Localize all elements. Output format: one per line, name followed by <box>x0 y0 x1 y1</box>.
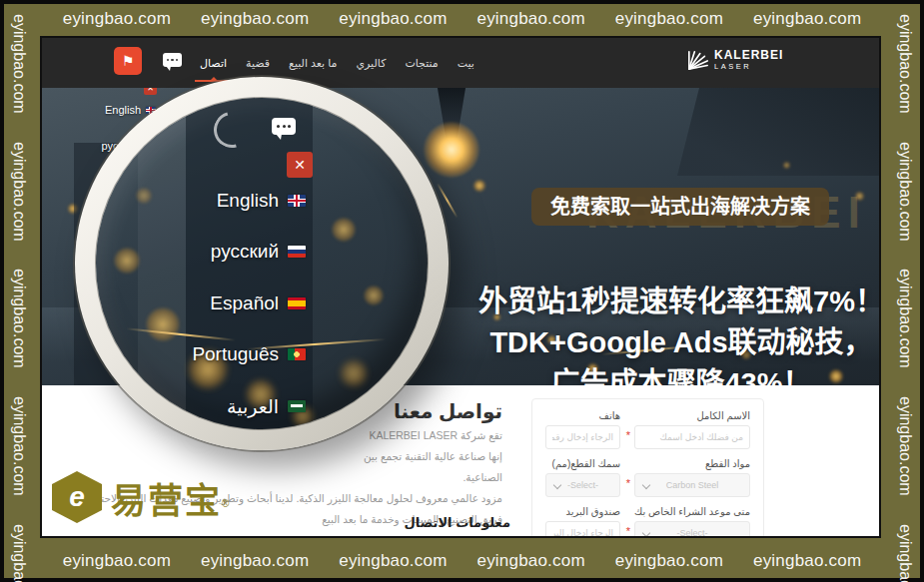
inquiry-form-card: الاسم الكامل هاتف * مواد القطع <box>531 398 764 538</box>
laser-glow <box>424 122 479 178</box>
language-option-english[interactable]: English <box>76 104 156 116</box>
spain-flag-icon <box>288 297 306 309</box>
russia-flag-icon <box>288 246 306 258</box>
language-label: Español <box>210 292 279 314</box>
eyingbao-logo: e 易营宝® <box>52 471 229 523</box>
form-field-phone: هاتف * <box>545 410 620 449</box>
contact-line: إنها صناعة عالية التقنية تجمع بين <box>79 446 502 467</box>
language-switch-button[interactable]: ⚑ <box>114 47 142 75</box>
magnifier-lens: ✕ English русский Español Português العر… <box>75 77 449 450</box>
nav-item-case[interactable]: قضية <box>246 57 270 70</box>
watermark-text: eyingbao.com <box>477 551 585 571</box>
saudi-flag-icon <box>288 400 306 412</box>
cta-badge[interactable]: 免费索取一站式出海解决方案 <box>531 188 829 226</box>
hero-headline: 外贸站1秒提速转化率狂飙7%！ TDK+Google Ads联动秘技， 广告成本… <box>469 282 879 385</box>
flag-icon: ⚑ <box>122 53 135 69</box>
watermark-text: eyingbao.com <box>63 9 171 29</box>
watermark-text: eyingbao.com <box>896 524 914 582</box>
email-input[interactable] <box>545 521 620 538</box>
framed-screenshot: eyingbao.com eyingbao.com eyingbao.com e… <box>0 0 924 582</box>
watermark-text: eyingbao.com <box>10 269 28 368</box>
laser-rays-icon <box>687 48 709 72</box>
select-value: Carbon Steel <box>666 480 719 490</box>
language-option-english[interactable]: English <box>124 189 306 213</box>
watermark-row-bottom: eyingbao.com eyingbao.com eyingbao.com e… <box>44 551 880 571</box>
field-label: الاسم الكامل <box>634 410 750 421</box>
form-field-thickness: سمك القطع(مم) -Select- * <box>545 458 620 497</box>
contact-title: تواصل معنا <box>394 399 502 423</box>
purchase-date-select[interactable]: -Select- <box>634 521 750 538</box>
watermark-text: eyingbao.com <box>339 551 447 571</box>
watermark-text: eyingbao.com <box>753 9 861 29</box>
close-icon[interactable]: ✕ <box>144 88 157 95</box>
language-label: العربية <box>227 395 279 418</box>
fullname-input[interactable] <box>634 425 750 449</box>
required-asterisk: * <box>626 429 630 441</box>
headline-line-1: 外贸站1秒提速转化率狂飙7%！ <box>469 282 879 322</box>
watermark-text: eyingbao.com <box>339 9 447 29</box>
watermark-text: eyingbao.com <box>896 396 914 496</box>
watermark-text: eyingbao.com <box>753 551 861 571</box>
close-icon[interactable]: ✕ <box>287 152 313 178</box>
field-label: مواد القطع <box>634 458 750 469</box>
hexagon-e-icon: e <box>52 471 102 523</box>
brand-sub: LASER <box>714 63 783 71</box>
watermark-text: eyingbao.com <box>10 524 28 582</box>
machine-silhouette <box>677 88 879 176</box>
watermark-text: eyingbao.com <box>201 9 309 29</box>
form-field-email: صندوق البريد * <box>545 506 620 538</box>
watermark-text: eyingbao.com <box>615 551 723 571</box>
site-header: ⚑ بيت منتجات كاليري ما بعد البيع قضية ات… <box>42 38 879 88</box>
required-asterisk: * <box>626 525 630 537</box>
language-option-portuguese[interactable]: Português <box>124 342 306 366</box>
watermark-text: eyingbao.com <box>201 551 309 571</box>
language-label: English <box>105 104 141 116</box>
watermark-text: eyingbao.com <box>896 142 914 242</box>
select-value: -Select- <box>677 528 708 538</box>
material-select[interactable]: Carbon Steel <box>634 473 750 497</box>
select-value: -Select- <box>567 480 598 490</box>
nav-item-contact[interactable]: اتصال <box>200 57 227 70</box>
nav-item-home[interactable]: بيت <box>458 57 474 70</box>
nav-item-gallery[interactable]: كاليري <box>356 57 386 70</box>
form-field-fullname: الاسم الكامل <box>634 410 750 449</box>
watermark-text: eyingbao.com <box>63 551 171 571</box>
language-label: English <box>217 190 279 212</box>
field-label: سمك القطع(مم) <box>545 458 620 469</box>
watermark-text: eyingbao.com <box>477 9 585 29</box>
language-option-arabic[interactable]: العربية <box>124 394 306 418</box>
logo-cn-text: 易营宝 <box>111 481 222 520</box>
nav-item-aftersales[interactable]: ما بعد البيع <box>289 57 337 70</box>
watermark-column-left: eyingbao.com eyingbao.com eyingbao.com e… <box>10 14 28 582</box>
form-field-material: مواد القطع Carbon Steel <box>634 458 750 497</box>
contact-info-heading: معلومات الاتصال <box>405 515 510 530</box>
chat-icon[interactable] <box>163 53 182 67</box>
chevron-down-icon <box>642 481 650 489</box>
chat-icon[interactable] <box>272 118 296 135</box>
watermark-text: eyingbao.com <box>896 269 914 368</box>
required-asterisk: * <box>626 477 630 489</box>
portugal-flag-icon <box>288 348 306 360</box>
language-option-spanish[interactable]: Español <box>124 291 306 315</box>
field-label: صندوق البريد <box>545 506 620 517</box>
uk-flag-icon <box>288 195 306 207</box>
thickness-select[interactable]: -Select- <box>545 473 620 497</box>
language-label: русский <box>211 241 279 263</box>
watermark-column-right: eyingbao.com eyingbao.com eyingbao.com e… <box>896 14 914 582</box>
language-label: Português <box>192 343 279 365</box>
magnifier-view: ✕ English русский Español Português العر… <box>96 98 428 429</box>
panel-highlight-strip <box>138 98 186 429</box>
headline-line-3: 广告成本骤降43%！ <box>469 363 879 385</box>
brand-logo[interactable]: KALERBEI LASER <box>687 48 783 72</box>
watermark-text: eyingbao.com <box>615 9 723 29</box>
registered-mark: ® <box>222 497 229 508</box>
field-label: متى موعد الشراء الخاص بك <box>634 506 750 517</box>
chevron-down-icon <box>553 481 561 489</box>
chevron-down-icon <box>642 529 650 537</box>
watermark-text: eyingbao.com <box>896 14 914 114</box>
language-option-russian[interactable]: русский <box>124 240 306 264</box>
watermark-text: eyingbao.com <box>10 14 28 114</box>
nav-item-products[interactable]: منتجات <box>405 57 438 70</box>
form-field-purchase-date: متى موعد الشراء الخاص بك -Select- <box>634 506 750 538</box>
phone-input[interactable] <box>545 425 620 449</box>
